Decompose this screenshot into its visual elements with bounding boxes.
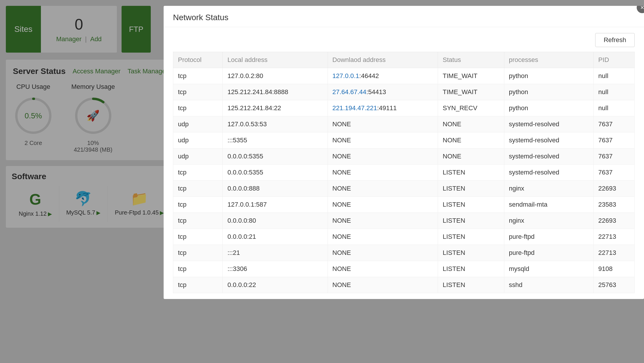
table-cell: tcp — [173, 165, 223, 181]
table-row: tcp0.0.0.0:21NONELISTENpure-ftpd22713 — [173, 229, 635, 245]
table-cell: nginx — [504, 181, 593, 197]
table-cell: pure-ftpd — [504, 245, 593, 261]
table-cell: null — [593, 100, 634, 116]
col-pid: PID — [593, 52, 634, 68]
table-cell: 22693 — [593, 213, 634, 229]
table-cell: 22693 — [593, 181, 634, 197]
table-cell: nginx — [504, 213, 593, 229]
table-cell: udp — [173, 116, 223, 132]
table-cell: 127.0.0.1:46442 — [328, 68, 438, 84]
table-cell: systemd-resolved — [504, 148, 593, 165]
table-cell: :::3306 — [223, 261, 328, 277]
table-cell: 127.0.0.2:80 — [223, 68, 328, 84]
table-cell: null — [593, 68, 634, 84]
table-cell: systemd-resolved — [504, 116, 593, 132]
table-cell: 125.212.241.84:22 — [223, 100, 328, 116]
table-cell: NONE — [328, 116, 438, 132]
table-body: tcp127.0.0.2:80127.0.0.1:46442TIME_WAITp… — [173, 68, 635, 293]
table-cell: 0.0.0.0:21 — [223, 229, 328, 245]
table-cell: NONE — [328, 261, 438, 277]
table-row: tcp0.0.0.0:22NONELISTENsshd25763 — [173, 277, 635, 293]
table-cell: tcp — [173, 277, 223, 293]
header-row: Protocol Local address Downlaod address … — [173, 52, 635, 68]
table-cell: tcp — [173, 261, 223, 277]
table-cell: NONE — [328, 132, 438, 148]
table-row: tcp:::21NONELISTENpure-ftpd22713 — [173, 245, 635, 261]
table-cell: LISTEN — [438, 181, 504, 197]
download-address-link[interactable]: 127.0.0.1 — [333, 72, 359, 79]
table-cell: LISTEN — [438, 277, 504, 293]
table-cell: NONE — [328, 197, 438, 213]
table-cell: LISTEN — [438, 261, 504, 277]
col-local-address: Local address — [223, 52, 328, 68]
table-cell: python — [504, 100, 593, 116]
table-cell: tcp — [173, 84, 223, 100]
table-row: udp:::5355NONENONEsystemd-resolved7637 — [173, 132, 635, 148]
table-row: udp0.0.0.0:5355NONENONEsystemd-resolved7… — [173, 148, 635, 165]
table-row: tcp125.212.241.84:888827.64.67.44:54413T… — [173, 84, 635, 100]
modal-header: Network Status — [164, 6, 644, 27]
table-cell: NONE — [438, 132, 504, 148]
modal-overlay: × Network Status Refresh Protocol Local … — [0, 0, 644, 363]
table-cell: tcp — [173, 68, 223, 84]
table-cell: TIME_WAIT — [438, 68, 504, 84]
table-cell: 27.64.67.44:54413 — [328, 84, 438, 100]
table-cell: mysqld — [504, 261, 593, 277]
refresh-button[interactable]: Refresh — [595, 33, 635, 47]
table-cell: 127.0.0.1:587 — [223, 197, 328, 213]
table-cell: NONE — [438, 116, 504, 132]
table-cell: systemd-resolved — [504, 165, 593, 181]
col-protocol: Protocol — [173, 52, 223, 68]
network-table: Protocol Local address Downlaod address … — [173, 52, 635, 293]
table-row: tcp0.0.0.0:80NONELISTENnginx22693 — [173, 213, 635, 229]
table-cell: 0.0.0.0:5355 — [223, 148, 328, 165]
table-cell: 0.0.0.0:22 — [223, 277, 328, 293]
close-icon: × — [640, 6, 644, 11]
table-cell: 7637 — [593, 116, 634, 132]
table-row: tcp127.0.0.1:587NONELISTENsendmail-mta23… — [173, 197, 635, 213]
table-cell: tcp — [173, 197, 223, 213]
table-row: tcp0.0.0.0:5355NONELISTENsystemd-resolve… — [173, 165, 635, 181]
table-cell: pure-ftpd — [504, 229, 593, 245]
table-cell: 7637 — [593, 165, 634, 181]
table-cell: NONE — [328, 213, 438, 229]
table-header: Protocol Local address Downlaod address … — [173, 52, 635, 68]
table-cell: udp — [173, 148, 223, 165]
network-status-modal: × Network Status Refresh Protocol Local … — [164, 6, 644, 299]
table-cell: null — [593, 84, 634, 100]
table-cell: tcp — [173, 100, 223, 116]
table-cell: tcp — [173, 229, 223, 245]
table-row: tcp0.0.0.0:888NONELISTENnginx22693 — [173, 181, 635, 197]
table-cell: NONE — [328, 245, 438, 261]
table-cell: LISTEN — [438, 229, 504, 245]
table-cell: systemd-resolved — [504, 132, 593, 148]
table-cell: 127.0.0.53:53 — [223, 116, 328, 132]
table-cell: NONE — [328, 277, 438, 293]
table-cell: NONE — [438, 148, 504, 165]
table-cell: :::5355 — [223, 132, 328, 148]
table-cell: LISTEN — [438, 213, 504, 229]
table-cell: LISTEN — [438, 197, 504, 213]
table-cell: sshd — [504, 277, 593, 293]
download-address-link[interactable]: 27.64.67.44 — [333, 88, 366, 96]
table-row: tcp:::3306NONELISTENmysqld9108 — [173, 261, 635, 277]
table-row: tcp127.0.0.2:80127.0.0.1:46442TIME_WAITp… — [173, 68, 635, 84]
table-cell: 25763 — [593, 277, 634, 293]
table-cell: NONE — [328, 165, 438, 181]
table-cell: 0.0.0.0:80 — [223, 213, 328, 229]
table-cell: sendmail-mta — [504, 197, 593, 213]
table-cell: NONE — [328, 181, 438, 197]
table-cell: NONE — [328, 148, 438, 165]
download-address-link[interactable]: 221.194.47.221 — [333, 104, 377, 112]
col-processes: processes — [504, 52, 593, 68]
table-cell: LISTEN — [438, 245, 504, 261]
table-cell: 0.0.0.0:888 — [223, 181, 328, 197]
col-download-address: Downlaod address — [328, 52, 438, 68]
table-cell: tcp — [173, 213, 223, 229]
table-cell: 22713 — [593, 245, 634, 261]
table-cell: tcp — [173, 181, 223, 197]
modal-body[interactable]: Refresh Protocol Local address Downlaod … — [164, 27, 644, 299]
table-cell: NONE — [328, 229, 438, 245]
table-cell: python — [504, 68, 593, 84]
table-cell: 0.0.0.0:5355 — [223, 165, 328, 181]
